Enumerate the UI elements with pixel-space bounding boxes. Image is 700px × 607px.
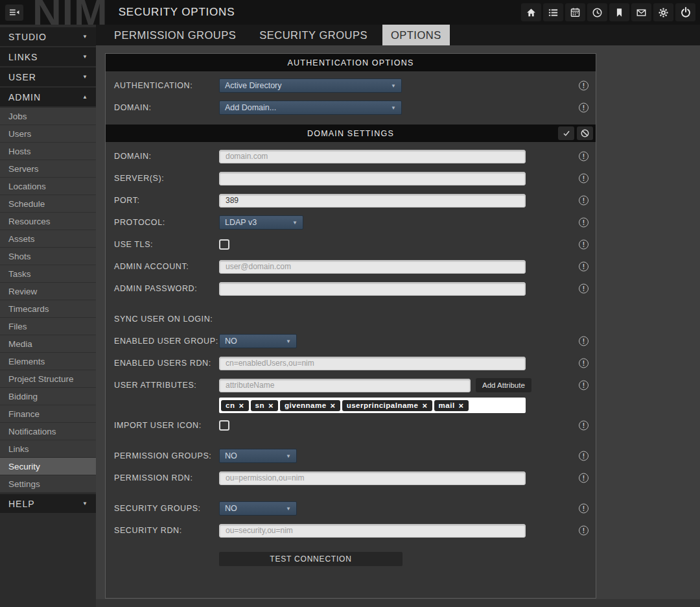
sidebar-section-studio[interactable]: STUDIO▼ [0,27,96,46]
remove-tag-icon[interactable]: × [239,401,244,410]
sidebar-item-security[interactable]: Security [0,458,96,475]
sidebar-section-help[interactable]: HELP▼ [0,494,96,513]
info-icon[interactable]: ! [579,218,589,228]
sidebar-item-tasks[interactable]: Tasks [0,265,96,283]
info-icon[interactable]: ! [579,421,589,431]
info-icon[interactable]: ! [579,526,589,536]
sidebar-item-review[interactable]: Review [0,283,96,300]
sidebar-item-users[interactable]: Users [0,125,96,143]
bookmark-button[interactable] [609,3,629,21]
enabled-user-group-select[interactable]: NO▼ [219,334,297,348]
domain-input[interactable] [219,150,526,163]
sidebar-section-links[interactable]: LINKS▼ [0,47,96,66]
field-label: DOMAIN: [114,152,219,161]
tab-options[interactable]: OPTIONS [382,25,450,45]
add-attribute-button[interactable]: Add Attribute [476,378,531,392]
top-bar: NIM SECURITY OPTIONS [0,0,700,25]
protocol-row: PROTOCOL: LDAP v3▼ ! [106,211,596,233]
field-label: DOMAIN: [114,103,219,112]
import-user-icon-checkbox[interactable] [219,420,229,431]
info-icon[interactable]: ! [579,504,589,514]
security-groups-select[interactable]: NO▼ [219,501,297,516]
info-icon[interactable]: ! [579,381,589,390]
info-icon[interactable]: ! [579,103,589,113]
sidebar-item-jobs[interactable]: Jobs [0,108,96,125]
info-icon[interactable]: ! [579,81,589,91]
enabled-users-rdn-input[interactable] [219,357,526,370]
cancel-button[interactable] [577,126,593,140]
sidebar-item-shots[interactable]: Shots [0,248,96,265]
options-panel: AUTHENTICATION OPTIONS AUTHENTICATION: A… [105,53,596,599]
confirm-button[interactable] [558,126,574,140]
info-icon[interactable]: ! [579,337,589,346]
sidebar-item-finance[interactable]: Finance [0,405,96,423]
field-label: SERVER(S): [114,174,219,183]
sidebar-item-notifications[interactable]: Notifications [0,423,96,440]
sidebar-item-files[interactable]: Files [0,318,96,335]
protocol-select[interactable]: LDAP v3▼ [219,215,303,230]
sidebar-item-servers[interactable]: Servers [0,160,96,178]
sidebar-section-label: ADMIN [8,92,41,102]
settings-button[interactable] [653,3,673,21]
user-attribute-input[interactable] [219,379,471,392]
port-input[interactable] [219,194,526,208]
info-icon[interactable]: ! [579,240,589,250]
mail-button[interactable] [631,3,651,21]
info-icon[interactable]: ! [579,359,589,368]
sidebar-item-hosts[interactable]: Hosts [0,143,96,160]
admin-password-input[interactable] [219,282,526,296]
sidebar-toggle-icon [8,8,20,17]
use-tls-row: USE TLS: ! [106,233,596,256]
test-connection-button[interactable]: TEST CONNECTION [219,552,402,566]
permission-groups-select[interactable]: NO▼ [219,449,297,463]
home-button[interactable] [521,3,541,21]
info-icon[interactable]: ! [579,196,589,206]
sidebar-section-label: HELP [8,499,35,509]
info-icon[interactable]: ! [579,451,589,461]
info-icon[interactable]: ! [579,284,589,294]
sidebar-section-label: USER [8,72,36,82]
selected-value: LDAP v3 [225,218,257,227]
sidebar-section-admin[interactable]: ADMIN▲ [0,88,96,106]
servers-input[interactable] [219,172,526,185]
tab-bar: PERMISSION GROUPS SECURITY GROUPS OPTION… [96,25,700,45]
sidebar-item-settings[interactable]: Settings [0,475,96,493]
info-icon[interactable]: ! [579,174,589,184]
power-button[interactable] [675,3,695,21]
domain-select[interactable]: Add Domain...▼ [219,101,402,115]
use-tls-checkbox[interactable] [219,239,229,250]
remove-tag-icon[interactable]: × [422,401,427,410]
list-button[interactable] [543,3,563,21]
sidebar-item-bidding[interactable]: Bidding [0,388,96,405]
field-label: ENABLED USER GROUP: [114,337,219,346]
sidebar-item-elements[interactable]: Elements [0,353,96,370]
sidebar-item-links[interactable]: Links [0,440,96,458]
authentication-select[interactable]: Active Directory▼ [219,78,402,93]
sidebar-item-assets[interactable]: Assets [0,230,96,248]
security-groups-row: SECURITY GROUPS: NO▼ ! [106,497,596,519]
info-icon[interactable]: ! [579,152,589,161]
info-icon[interactable]: ! [579,262,589,272]
admin-account-input[interactable] [219,260,526,274]
sidebar-toggle-button[interactable] [5,5,23,21]
remove-tag-icon[interactable]: × [331,401,336,410]
calendar-button[interactable] [565,3,585,21]
sidebar-item-media[interactable]: Media [0,335,96,353]
sidebar-item-resources[interactable]: Resources [0,213,96,230]
info-icon[interactable]: ! [579,473,589,483]
security-rdn-input[interactable] [219,524,526,538]
remove-tag-icon[interactable]: × [268,401,274,410]
sidebar-item-schedule[interactable]: Schedule [0,195,96,213]
block-icon [580,128,590,138]
sidebar-section-user[interactable]: USER▼ [0,67,96,86]
permission-rdn-input[interactable] [219,471,526,485]
attribute-tag-list: cn× sn× givenname× userprincipalname× ma… [219,398,526,413]
remove-tag-icon[interactable]: × [459,401,464,410]
sidebar: STUDIO▼ LINKS▼ USER▼ ADMIN▲ Jobs Users H… [0,25,96,607]
tab-permission-groups[interactable]: PERMISSION GROUPS [106,25,244,45]
sidebar-item-timecards[interactable]: Timecards [0,300,96,318]
tab-security-groups[interactable]: SECURITY GROUPS [251,25,376,45]
clock-button[interactable] [587,3,607,21]
sidebar-item-locations[interactable]: Locations [0,178,96,195]
sidebar-item-project-structure[interactable]: Project Structure [0,370,96,388]
